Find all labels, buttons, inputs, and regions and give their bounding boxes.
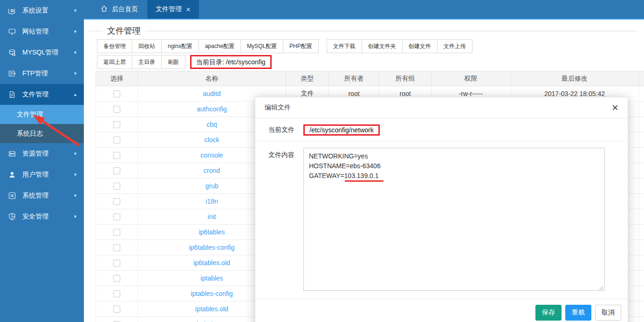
modal-title: 编辑文件: [265, 103, 291, 112]
file-content-row: 文件内容 NETWORKING=yes HOSTNAME=ebs-63406 G…: [255, 141, 628, 293]
current-file-row: 当前文件 /etc/sysconfig/network: [255, 118, 628, 141]
file-name-link[interactable]: auditd: [203, 90, 220, 97]
textarea-wrapper: NETWORKING=yes HOSTNAME=ebs-63406 GATEWA…: [303, 148, 605, 293]
sidebar-item-label: 系统管理: [22, 192, 48, 200]
column-header: 权限: [432, 71, 511, 86]
sidebar-subitem-system-log[interactable]: 系统日志: [0, 124, 84, 143]
file-name-link[interactable]: clock: [205, 136, 219, 144]
file-name-link[interactable]: ip6tables.old: [193, 259, 230, 267]
save-button[interactable]: 保存: [535, 305, 562, 321]
nav-button-group: 返回上层 主目录 刷新: [97, 55, 185, 69]
tab-close-icon[interactable]: ×: [186, 6, 191, 14]
file-download-button[interactable]: 文件下载: [327, 39, 362, 53]
sidebar-item-ftp[interactable]: FTP管理 ▼: [0, 63, 84, 84]
file-name-link[interactable]: grub: [205, 182, 218, 190]
sidebar-item-system-settings[interactable]: 系统设置 ▼: [0, 0, 84, 21]
row-checkbox[interactable]: [113, 152, 120, 159]
home-dir-button[interactable]: 主目录: [132, 55, 162, 69]
reload-button[interactable]: 重载: [565, 305, 591, 321]
close-icon[interactable]: ×: [612, 102, 618, 113]
backup-manage-button[interactable]: 备份管理: [97, 39, 132, 53]
file-name-link[interactable]: i18n: [206, 198, 218, 205]
tab-label: 文件管理: [156, 5, 182, 14]
file-extra: [639, 132, 644, 148]
file-name-link[interactable]: ip6tables-config: [189, 244, 234, 251]
create-file-button[interactable]: 创建文件: [402, 39, 438, 53]
row-checkbox[interactable]: [113, 137, 120, 144]
file-extra: [639, 255, 644, 271]
column-header-clipped: [639, 71, 644, 86]
resource-icon: [7, 150, 17, 158]
chevron-up-icon: ▲: [73, 92, 77, 97]
file-name-link[interactable]: cbq: [206, 121, 217, 128]
file-extra: [639, 163, 644, 178]
sidebar-item-label: MYSQL管理: [22, 48, 58, 57]
section-divider: 文件管理: [89, 31, 637, 31]
row-checkbox[interactable]: [113, 229, 120, 236]
recycle-bin-button[interactable]: 回收站: [132, 39, 162, 53]
tab-backend-home[interactable]: 后台首页: [91, 0, 147, 19]
go-up-button[interactable]: 返回上层: [97, 55, 132, 69]
system-icon: [7, 192, 17, 199]
row-checkbox[interactable]: [113, 167, 120, 174]
chevron-down-icon: ▼: [73, 193, 77, 198]
file-name-link[interactable]: ip6tables: [199, 228, 225, 236]
row-checkbox[interactable]: [113, 244, 120, 251]
file-content-textarea[interactable]: NETWORKING=yes HOSTNAME=ebs-63406 GATEWA…: [303, 148, 605, 291]
chevron-down-icon: ▼: [73, 172, 77, 177]
chevron-down-icon: ▼: [73, 214, 77, 219]
row-checkbox[interactable]: [113, 275, 120, 282]
ftp-icon: [7, 70, 17, 77]
sidebar-item-system-management[interactable]: 系统管理 ▼: [0, 185, 84, 206]
tab-file-management[interactable]: 文件管理 ×: [147, 0, 199, 19]
file-extra: [639, 271, 644, 286]
row-checkbox[interactable]: [113, 121, 120, 128]
sidebar-item-label: 网站管理: [22, 27, 48, 36]
file-name-link[interactable]: init: [208, 213, 216, 220]
sidebar-item-website[interactable]: 网站管理 ▼: [0, 21, 84, 42]
row-checkbox[interactable]: [113, 260, 120, 267]
row-checkbox[interactable]: [113, 213, 120, 220]
sidebar: 系统设置 ▼ 网站管理 ▼ MYSQL管理 ▼ FTP管理 ▼ 文件管理 ▲ 文…: [0, 0, 84, 322]
column-header: 最后修改: [511, 71, 639, 86]
create-folder-button[interactable]: 创建文件夹: [362, 39, 403, 53]
file-upload-button[interactable]: 文件上传: [437, 39, 473, 53]
file-extra: [639, 317, 644, 322]
file-name-link[interactable]: crond: [204, 167, 220, 174]
sidebar-item-resource[interactable]: 资源管理 ▼: [0, 143, 84, 164]
cancel-button[interactable]: 取消: [595, 305, 621, 321]
refresh-button[interactable]: 刷新: [161, 55, 185, 69]
sidebar-subitem-file-management[interactable]: 文件管理: [0, 105, 84, 124]
row-checkbox[interactable]: [113, 290, 120, 297]
row-checkbox[interactable]: [113, 183, 120, 190]
chevron-down-icon: ▼: [73, 29, 77, 34]
file-name-link[interactable]: console: [200, 151, 223, 159]
file-extra: [639, 225, 644, 240]
row-checkbox[interactable]: [113, 106, 120, 113]
file-name-link[interactable]: iptables-config: [191, 290, 233, 297]
sidebar-item-security[interactable]: 安全管理 ▼: [0, 206, 84, 227]
php-config-button[interactable]: PHP配置: [283, 39, 319, 53]
apache-config-button[interactable]: apache配置: [199, 39, 241, 53]
row-checkbox[interactable]: [113, 90, 120, 97]
file-extra: [639, 178, 644, 194]
nginx-config-button[interactable]: nginx配置: [161, 39, 199, 53]
file-extra: [639, 117, 644, 132]
gear-icon: [7, 7, 17, 14]
sidebar-item-file-management[interactable]: 文件管理 ▲: [0, 84, 84, 105]
file-name-link[interactable]: iptables.old: [195, 305, 228, 313]
toolbar-row-1: 备份管理 回收站 nginx配置 apache配置 MySQL配置 PHP配置 …: [97, 39, 473, 53]
shield-icon: [7, 213, 17, 220]
mysql-config-button[interactable]: MySQL配置: [240, 39, 283, 53]
sidebar-item-user[interactable]: 用户管理 ▼: [0, 164, 84, 185]
sidebar-item-label: 文件管理: [22, 90, 48, 99]
sidebar-subitem-label: 系统日志: [17, 130, 43, 138]
chevron-down-icon: ▼: [73, 71, 77, 76]
file-name-link[interactable]: authconfig: [197, 105, 227, 113]
sidebar-item-mysql[interactable]: MYSQL管理 ▼: [0, 42, 84, 63]
row-checkbox[interactable]: [113, 306, 120, 313]
row-checkbox[interactable]: [113, 198, 120, 205]
file-name-link[interactable]: iptables: [200, 274, 223, 282]
chevron-down-icon: ▼: [73, 50, 77, 55]
file-extra: [639, 194, 644, 209]
